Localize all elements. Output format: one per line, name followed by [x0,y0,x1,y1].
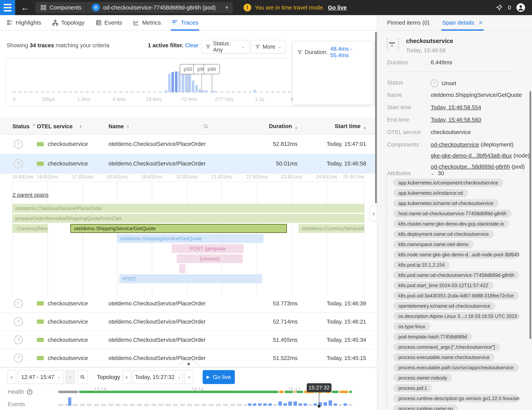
time-next-button[interactable]: › [184,370,194,384]
zoom-out-button[interactable] [77,370,88,384]
tab-highlights[interactable]: Highlights [7,15,41,30]
histogram-bar[interactable] [185,73,188,92]
component-link[interactable]: od-checkoutse...58d689d-g8r6h [431,163,510,170]
component-link[interactable]: gke-gke-demo-d...3bf643a8-i8ux [431,153,512,159]
trace-row[interactable]: ?checkoutserviceoteldemo.CheckoutService… [0,134,375,154]
pin-icon[interactable] [496,4,503,11]
histogram-bar[interactable] [202,90,205,92]
end-time-value[interactable]: Today, 15:46:58.560 [431,117,481,123]
attributes-toggle[interactable]: ⌄ 30 [431,170,444,177]
histogram-bar[interactable] [178,71,181,92]
histogram-bar[interactable] [192,80,194,92]
histogram-bar[interactable] [165,90,167,92]
waterfall-span[interactable]: oteldemo.CheckoutService/PlaceOrder [12,204,364,213]
histogram-axis-label: 277.7ms [215,96,233,102]
search-icon[interactable] [203,124,209,129]
trace-row[interactable]: ?checkoutserviceoteldemo.CheckoutService… [0,154,375,174]
column-otel-service[interactable]: OTEL service▲▼ [37,123,108,130]
histogram-bar[interactable] [253,90,256,92]
waterfall-span[interactable]: POST /getquote [172,244,244,253]
histogram-bar[interactable] [195,85,198,92]
collapse-trace-chevron[interactable]: ▼ [178,361,200,367]
go-live-link[interactable]: Go live [328,4,347,11]
waterfall-span[interactable]: .CurrencyServ... [12,224,48,233]
column-status[interactable]: Status▲▼ [0,123,37,130]
entity-dropdown-caret-icon[interactable]: ▼ [221,2,233,13]
waterfall-span[interactable]: prepareOrderItemsAndShippingQuoteFromCar… [12,214,364,223]
column-duration[interactable]: Duration▲▼ [234,123,298,130]
trace-duration-cell: 50.01ms [234,161,298,167]
range-prev-button[interactable]: ‹ [7,370,16,384]
clear-filters-link[interactable]: Clear [185,42,198,48]
status-filter-dropdown[interactable]: Status: Any ⌄ [201,40,249,54]
histogram-bar[interactable] [175,71,178,92]
waterfall-span[interactable]: POST [119,274,262,283]
help-icon[interactable]: ? [27,389,33,395]
range-next-button[interactable]: › [66,370,75,384]
attribute-pill: process.pid:1 [393,384,432,392]
histogram-bar[interactable] [168,74,171,92]
expand-panel-chevron[interactable]: › [370,205,377,221]
status-filter-label: Status: Any [213,40,239,53]
entity-selector[interactable]: od-checkoutservice-77458d689d-g8r6h (pod… [87,2,220,13]
close-icon[interactable]: ✕ [478,19,483,26]
parent-spans-link[interactable]: 2 parent spans [13,192,48,198]
event-bar [308,404,312,406]
back-arrow-icon[interactable]: ← [21,3,29,12]
hamburger-menu-icon[interactable] [0,0,15,15]
event-bar [339,404,342,406]
tab-span-details[interactable]: Span details✕ [442,15,483,30]
chevron-down-icon: ⌄ [242,44,245,49]
results-summary: Showing 34 traces matching your criteria [7,42,109,49]
histogram-bar[interactable] [205,90,208,92]
waterfall-span[interactable]: oteldemo.ShippingService/GetQuote [117,234,264,243]
trace-row[interactable]: ?checkoutserviceoteldemo.CheckoutService… [0,313,375,331]
tab-events[interactable]: Events [95,15,122,30]
waterfall-tick-label: 16.831ms [37,174,58,180]
trace-name-cell: oteldemo.CheckoutService/PlaceOrder [108,355,234,361]
tab-metrics[interactable]: Metrics [133,15,161,30]
avatar[interactable] [516,3,525,12]
column-name[interactable]: Name▲▼ [108,123,234,130]
tab-topology[interactable]: Topology [52,15,85,30]
panel-scrollbar[interactable] [530,91,531,339]
attribute-pill: process.owner:nobody [393,374,452,382]
waterfall-span[interactable]: {closure} [177,254,243,263]
histogram-bar[interactable] [171,72,174,92]
histogram-bar[interactable] [212,91,215,92]
time-prev-button[interactable]: ‹ [122,370,131,384]
health-segment [332,391,339,393]
start-time-value[interactable]: Today, 15:46:58.554 [431,104,481,111]
attribute-pill: process.command_args:["./checkoutservice… [393,343,500,351]
details-panel: Pinned items (0) Span details✕ checkouts… [377,15,532,410]
tab-pinned-items[interactable]: Pinned items (0) [387,15,429,30]
component-link[interactable]: od-checkoutservice [431,142,479,148]
waterfall-span[interactable]: oteldemo.ShippingService/GetQuote [70,224,287,233]
histogram-bar[interactable] [199,89,201,92]
trace-row[interactable]: ?checkoutserviceoteldemo.CheckoutService… [0,331,375,349]
percentile-marker-label[interactable]: p99 [203,64,220,74]
trace-row[interactable]: ?checkoutserviceoteldemo.CheckoutService… [0,295,375,313]
time-range-dropdown[interactable]: 12:47 - 15:47⌄ [18,370,64,384]
service-color-swatch [37,142,44,146]
waterfall-span[interactable] [179,264,185,273]
main-scrollbar[interactable] [375,32,377,203]
percentile-marker-line [212,74,212,93]
service-color-swatch [37,162,44,166]
time-marker-handle[interactable] [318,405,321,408]
tab-traces[interactable]: Traces [172,15,198,30]
trace-service-cell: checkoutservice [37,141,108,147]
column-start-time[interactable]: Start time▲▼ [298,123,375,130]
tab-label: Metrics [142,19,161,26]
breadcrumb-components[interactable]: Components [35,2,86,13]
more-filters-dropdown[interactable]: More ⌄ [251,40,286,54]
histogram-axis-label: 72.4ms [181,96,197,102]
event-bar [68,397,71,406]
go-live-button[interactable]: ▶Go live [203,370,235,384]
duration-filter-value[interactable]: 48.4ms - 55.4ms [330,46,369,58]
waterfall-span[interactable]: oteldemo.CurrencyService/Co [299,224,364,233]
components-list: od-checkoutservice (deployment)gke-gke-d… [431,142,530,175]
trace-service-cell: checkoutservice [37,355,108,361]
timestamp-dropdown[interactable]: Today, 15:27:32⌄ [133,370,183,384]
attribute-pill: k8s.pod.name:od-checkoutservice-77458d68… [393,271,519,279]
